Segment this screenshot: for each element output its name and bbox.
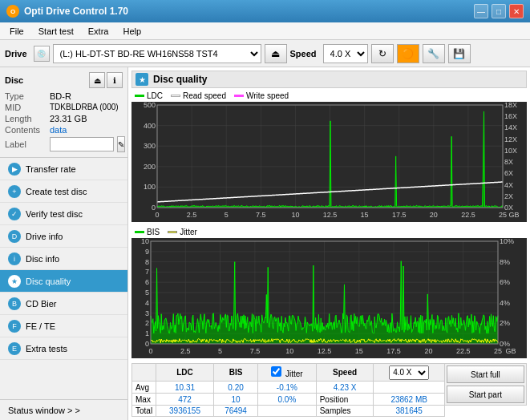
disc-info-btn[interactable]: ℹ xyxy=(107,72,123,88)
stats-header-speedselect: 4.0 X xyxy=(374,364,444,382)
title-controls[interactable]: — □ ✕ xyxy=(474,4,524,18)
nav-verify-test-disc[interactable]: ✓ Verify test disc xyxy=(0,203,127,225)
nav-fe-te[interactable]: F FE / TE xyxy=(0,315,127,337)
chart-title: Disc quality xyxy=(153,74,207,85)
jitter-checkbox[interactable] xyxy=(271,366,281,377)
disc-label-btn[interactable]: ✎ xyxy=(117,136,125,152)
menu-extra[interactable]: Extra xyxy=(82,25,115,38)
disc-title: Disc xyxy=(5,75,23,85)
minimize-button[interactable]: — xyxy=(474,4,488,18)
app-icon: O xyxy=(6,5,19,18)
disc-label-input[interactable] xyxy=(50,137,114,151)
disc-label-row: Label ✎ xyxy=(5,136,123,152)
start-part-button[interactable]: Start part xyxy=(447,386,524,403)
stats-max-label: Max xyxy=(132,394,156,406)
stats-max-jitter: 0.0% xyxy=(258,394,317,406)
disc-action-icons: ⏏ ℹ xyxy=(89,72,123,88)
stats-action-buttons: Start full Start part xyxy=(444,364,526,406)
nav-icon-verify: ✓ xyxy=(8,208,21,220)
stats-header-speed: Speed xyxy=(316,364,374,382)
save-button[interactable]: 💾 xyxy=(448,44,471,63)
stats-samples-value: 381645 xyxy=(374,406,444,417)
bottom-legend: BIS Jitter xyxy=(131,228,527,236)
nav-drive-info[interactable]: D Drive info xyxy=(0,225,127,248)
chart-container: LDC Read speed Write speed xyxy=(131,91,527,360)
bottom-chart-wrapper: BIS Jitter xyxy=(131,228,527,361)
drive-select[interactable]: (L:) HL-DT-ST BD-RE WH16NS58 TST4 xyxy=(53,44,261,63)
stats-max-ldc: 472 xyxy=(156,394,214,406)
menu-file[interactable]: File xyxy=(3,25,30,38)
nav-icon-fete: F xyxy=(8,320,21,333)
legend-ldc-label: LDC xyxy=(147,91,163,100)
nav-create-test-disc[interactable]: + Create test disc xyxy=(0,180,127,203)
chart-title-icon: ★ xyxy=(136,73,148,86)
nav-cd-bier[interactable]: B CD Bier xyxy=(0,293,127,315)
nav-menu: ▶ Transfer rate + Create test disc ✓ Ver… xyxy=(0,158,127,399)
stats-header-blank xyxy=(132,364,156,382)
stats-total-row: Total 3936155 76494 Samples 381645 xyxy=(132,406,527,417)
stats-total-bis: 76494 xyxy=(213,406,257,417)
speed-select[interactable]: 4.0 X xyxy=(323,44,368,63)
stats-max-bis: 10 xyxy=(213,394,257,406)
nav-extra-tests[interactable]: E Extra tests xyxy=(0,337,127,360)
nav-label-disc: Disc info xyxy=(26,254,59,264)
legend-jitter-color xyxy=(168,231,177,233)
menu-bar: File Start test Extra Help xyxy=(0,22,530,40)
eject-button[interactable]: ⏏ xyxy=(265,44,287,63)
legend-bis-label: BIS xyxy=(147,228,160,236)
maximize-button[interactable]: □ xyxy=(492,4,506,18)
nav-label-bier: CD Bier xyxy=(26,299,57,309)
main-content: Disc ⏏ ℹ Type BD-R MID TDKBLDRBA (000) L… xyxy=(0,67,530,420)
legend-readspeed-color xyxy=(171,95,180,97)
app-title: Opti Drive Control 1.70 xyxy=(24,6,128,17)
legend-ldc-color xyxy=(135,95,144,97)
speed-target-select[interactable]: 4.0 X xyxy=(389,365,429,380)
nav-label-verify: Verify test disc xyxy=(26,209,83,219)
status-window-button[interactable]: Status window > > xyxy=(0,399,127,420)
nav-label-quality: Disc quality xyxy=(26,277,71,286)
close-button[interactable]: ✕ xyxy=(509,4,524,18)
legend-write-speed: Write speed xyxy=(234,91,289,100)
settings-button2[interactable]: 🔧 xyxy=(423,44,445,63)
stats-avg-ldc: 10.31 xyxy=(156,382,214,394)
stats-header-bis: BIS xyxy=(213,364,257,382)
right-panel: ★ Disc quality LDC Read speed xyxy=(128,67,530,420)
disc-section: Disc ⏏ ℹ Type BD-R MID TDKBLDRBA (000) L… xyxy=(0,67,127,158)
stats-header-row: LDC BIS Jitter Speed 4.0 X Start xyxy=(132,364,527,382)
nav-disc-info[interactable]: i Disc info xyxy=(0,248,127,270)
settings-button1[interactable]: 🟠 xyxy=(397,44,419,63)
status-window-label: Status window > > xyxy=(8,406,80,415)
nav-transfer-rate[interactable]: ▶ Transfer rate xyxy=(0,158,127,180)
disc-contents-value: data xyxy=(50,125,67,135)
stats-header-check: Jitter xyxy=(258,364,317,382)
stats-avg-jitter: -0.1% xyxy=(258,382,317,394)
disc-length-label: Length xyxy=(5,114,47,123)
refresh-button[interactable]: ↻ xyxy=(371,44,394,63)
legend-bis: BIS xyxy=(135,228,160,236)
disc-mid-row: MID TDKBLDRBA (000) xyxy=(5,103,123,112)
menu-help[interactable]: Help xyxy=(116,25,148,38)
start-full-button[interactable]: Start full xyxy=(447,365,524,383)
legend-read-speed: Read speed xyxy=(171,91,226,100)
nav-label-transfer: Transfer rate xyxy=(26,164,76,174)
disc-type-row: Type BD-R xyxy=(5,91,123,101)
disc-mid-label: MID xyxy=(5,103,47,112)
disc-type-value: BD-R xyxy=(50,91,71,101)
top-chart-wrapper: LDC Read speed Write speed xyxy=(131,91,527,224)
legend-jitter: Jitter xyxy=(168,228,197,236)
drive-icon: 💿 xyxy=(34,46,50,62)
disc-mid-value: TDKBLDRBA (000) xyxy=(50,103,119,112)
top-legend: LDC Read speed Write speed xyxy=(131,91,527,100)
stats-avg-label: Avg xyxy=(132,382,156,394)
legend-bis-color xyxy=(135,231,144,233)
disc-length-row: Length 23.31 GB xyxy=(5,114,123,123)
stats-avg-speedtarget xyxy=(374,382,444,394)
drive-label: Drive xyxy=(5,49,27,59)
nav-disc-quality[interactable]: ★ Disc quality xyxy=(0,270,127,293)
stats-section: LDC BIS Jitter Speed 4.0 X Start xyxy=(131,363,527,417)
nav-icon-quality: ★ xyxy=(8,275,21,288)
nav-icon-disc: i xyxy=(8,252,21,265)
chart-title-bar: ★ Disc quality xyxy=(131,71,527,88)
disc-eject-btn[interactable]: ⏏ xyxy=(89,72,105,88)
menu-start-test[interactable]: Start test xyxy=(32,25,80,38)
